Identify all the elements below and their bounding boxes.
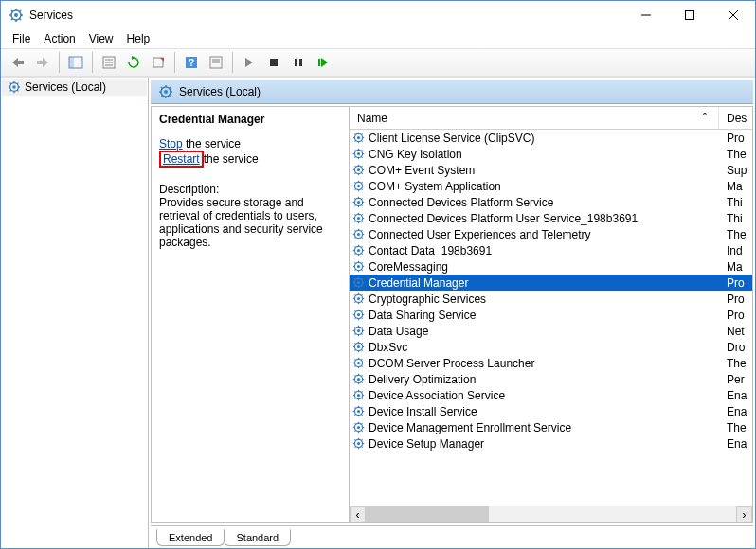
minimize-button[interactable] [624,1,668,29]
column-headers: Name ˆ Des [350,107,752,130]
service-row[interactable]: CoreMessagingMa [350,258,752,274]
menu-action[interactable]: Action [44,32,75,45]
title-bar[interactable]: Services [1,1,755,29]
back-button[interactable] [7,51,29,74]
scroll-left-button[interactable]: ‹ [350,506,366,522]
refresh-button[interactable] [122,51,145,74]
description-text: Provides secure storage and retrieval of… [159,196,341,249]
svg-marker-14 [12,58,18,67]
forward-button[interactable] [31,51,54,74]
menu-file[interactable]: File [12,32,30,45]
pause-service-button[interactable] [287,51,310,74]
service-row[interactable]: COM+ Event SystemSup [350,162,752,178]
service-name: Device Management Enrollment Service [367,421,719,434]
maximize-button[interactable] [668,1,711,29]
service-row[interactable]: Device Setup ManagerEna [350,435,752,452]
toolbar: ? [1,48,755,77]
service-description: Pro [719,132,752,145]
service-description: Dro [719,341,752,354]
service-row[interactable]: DCOM Server Process LauncherThe [350,355,752,371]
service-row[interactable]: Device Management Enrollment ServiceThe [350,419,752,435]
stop-service-link[interactable]: Stop [159,137,183,151]
show-hide-tree-button[interactable] [64,51,87,74]
gear-icon [350,196,367,208]
column-description[interactable]: Des [719,107,752,129]
gear-icon [350,325,367,337]
tab-extended[interactable]: Extended [156,529,225,546]
gear-icon [350,292,367,305]
gear-icon [350,164,367,176]
help-button[interactable]: ? [180,51,203,74]
services-icon [8,80,21,94]
properties-button[interactable] [98,51,120,74]
console-tree[interactable]: Services (Local) [1,78,149,548]
column-name[interactable]: Name ˆ [350,107,719,129]
restart-service-link[interactable]: Restart [163,152,200,166]
restart-suffix: the service [204,152,259,166]
tree-item-services-local[interactable]: Services (Local) [2,79,147,96]
service-name: Data Usage [367,325,719,338]
horizontal-scrollbar[interactable]: ‹ › [350,506,752,522]
service-name: DCOM Server Process Launcher [367,357,719,370]
service-name: DbxSvc [367,341,719,354]
service-row[interactable]: Cryptographic ServicesPro [350,291,752,307]
stop-service-button[interactable] [262,51,285,74]
sort-arrow-icon: ˆ [703,112,707,125]
service-name: COM+ System Application [367,180,719,193]
view-tabs: Extended Standard [151,525,753,546]
service-description: The [719,357,752,370]
service-row[interactable]: Client License Service (ClipSVC)Pro [350,130,752,146]
content-area: Services (Local) Services (Local) Creden… [1,77,755,548]
service-row[interactable]: Delivery OptimizationPer [350,371,752,387]
service-row[interactable]: Connected Devices Platform User Service_… [350,210,752,226]
menu-view[interactable]: View [89,32,114,45]
service-description: Ena [719,389,752,402]
menu-help[interactable]: Help [127,32,151,45]
gear-icon [350,244,367,257]
scroll-right-button[interactable]: › [736,506,752,522]
service-row[interactable]: Connected User Experiences and Telemetry… [350,226,752,242]
svg-text:?: ? [189,57,195,68]
service-row[interactable]: Connected Devices Platform ServiceThi [350,194,752,210]
service-row[interactable]: DbxSvcDro [350,339,752,355]
restart-service-button[interactable] [312,51,334,74]
service-name: Connected User Experiences and Telemetry [367,228,719,241]
gear-icon [350,276,367,289]
service-row[interactable]: Device Association ServiceEna [350,387,752,403]
service-name: CoreMessaging [367,260,719,274]
menu-bar: File Action View Help [1,29,755,48]
service-description: Sup [719,164,752,177]
service-description: Thi [719,212,752,225]
service-row[interactable]: CNG Key IsolationThe [350,146,752,162]
service-row[interactable]: COM+ System ApplicationMa [350,178,752,194]
gear-icon [350,212,367,224]
svg-marker-36 [321,58,328,67]
service-name: COM+ Event System [367,164,719,177]
result-pane: Services (Local) Credential Manager Stop… [149,78,755,548]
service-name: Data Sharing Service [367,309,719,322]
service-description: Pro [719,309,752,322]
service-row[interactable]: Contact Data_198b3691Ind [350,242,752,258]
service-description: Per [719,373,752,386]
service-row[interactable]: Data UsageNet [350,323,752,339]
service-description: The [719,421,752,434]
start-service-button[interactable] [238,51,261,74]
service-name: Connected Devices Platform User Service_… [367,212,719,225]
close-button[interactable] [711,1,755,29]
gear-icon [350,405,367,417]
service-row[interactable]: Credential ManagerPro [350,274,752,291]
result-header-title: Services (Local) [179,85,261,98]
gear-icon [350,421,367,434]
service-description: Ma [719,260,752,274]
tab-standard[interactable]: Standard [224,529,291,546]
svg-rect-30 [212,59,220,63]
service-name: CNG Key Isolation [367,148,719,161]
service-description: Thi [719,196,752,209]
scroll-thumb[interactable] [366,506,489,522]
service-row[interactable]: Data Sharing ServicePro [350,307,752,323]
service-row[interactable]: Device Install ServiceEna [350,403,752,419]
export-button[interactable] [147,51,170,74]
gear-icon [350,260,367,273]
help-2-button[interactable] [205,51,227,74]
service-name: Contact Data_198b3691 [367,244,719,257]
